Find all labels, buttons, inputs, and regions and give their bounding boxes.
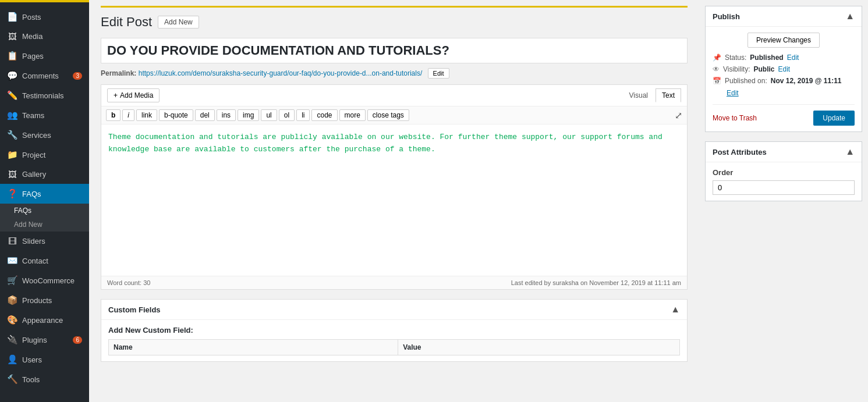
permalink-link[interactable]: https://luzuk.com/demo/suraksha-security… (139, 69, 423, 77)
calendar-icon: 📅 (713, 77, 721, 85)
custom-fields-body: Add New Custom Field: Name Value (101, 320, 687, 361)
add-custom-field-label: Add New Custom Field: (108, 326, 680, 335)
sidebar-item-woocommerce[interactable]: 🛒 WooCommerce (0, 271, 89, 290)
more-button[interactable]: more (339, 109, 366, 121)
sidebar-sub-faqs[interactable]: FAQs (0, 204, 89, 218)
page-title: Edit Post (101, 15, 152, 30)
post-attributes-toggle[interactable]: ▲ (845, 147, 855, 157)
sidebar-item-appearance[interactable]: 🎨 Appearance (0, 310, 89, 330)
del-button[interactable]: del (195, 109, 215, 121)
custom-fields-title: Custom Fields (108, 305, 161, 314)
sidebar-sub-add-new[interactable]: Add New (0, 218, 89, 232)
ins-button[interactable]: ins (217, 109, 236, 121)
cf-value-header: Value (398, 340, 680, 355)
close-tags-button[interactable]: close tags (367, 109, 409, 121)
add-media-button[interactable]: + Add Media (107, 88, 160, 102)
order-label: Order (713, 168, 855, 177)
img-button[interactable]: img (238, 109, 259, 121)
permalink-row: Permalink: https://luzuk.com/demo/suraks… (101, 68, 688, 79)
status-value: Published (750, 54, 783, 62)
bold-button[interactable]: b (106, 109, 121, 121)
sidebar-item-products[interactable]: 📦 Products (0, 290, 89, 310)
top-yellow-bar (101, 6, 688, 8)
cf-name-header: Name (109, 340, 398, 355)
appearance-icon: 🎨 (7, 315, 17, 325)
products-icon: 📦 (7, 295, 17, 305)
sidebar-item-faqs[interactable]: ❓ FAQs (0, 184, 89, 204)
editor-format-bar: b i link b-quote del ins img ul ol li co… (101, 106, 687, 124)
preview-changes-button[interactable]: Preview Changes (747, 33, 820, 48)
custom-fields-toggle[interactable]: ▲ (671, 304, 680, 315)
post-attributes-title: Post Attributes (713, 148, 767, 156)
published-on-row: 📅 Published on: Nov 12, 2019 @ 11:11 (713, 77, 855, 85)
woocommerce-icon: 🛒 (7, 275, 17, 286)
move-to-trash-link[interactable]: Move to Trash (713, 114, 757, 122)
order-input[interactable] (713, 180, 855, 195)
sidebar-item-comments[interactable]: 💬 Comments 3 (0, 66, 89, 86)
sidebar-item-media[interactable]: 🖼 Media (0, 27, 89, 46)
sidebar-item-testimonials[interactable]: ✏️ Testimonials (0, 86, 89, 105)
visibility-row: 👁 Visibility: Public Edit (713, 65, 855, 73)
editor-footer: Word count: 30 Last edited by suraksha o… (101, 276, 687, 289)
visual-tab[interactable]: Visual (623, 88, 654, 102)
link-button[interactable]: link (136, 109, 157, 121)
main-content: Edit Post Add New Permalink: https://luz… (89, 0, 699, 402)
publish-box: Publish ▲ Preview Changes 📌 Status: Publ… (705, 6, 862, 132)
permalink-edit-button[interactable]: Edit (428, 68, 449, 79)
right-panel: Publish ▲ Preview Changes 📌 Status: Publ… (699, 0, 868, 402)
services-icon: 🔧 (7, 130, 17, 140)
status-row: 📌 Status: Published Edit (713, 54, 855, 62)
gallery-icon: 🖼 (7, 169, 17, 179)
li-button[interactable]: li (296, 109, 310, 121)
sliders-icon: 🎞 (7, 236, 17, 246)
bquote-button[interactable]: b-quote (159, 109, 193, 121)
italic-button[interactable]: i (122, 109, 134, 121)
published-on-edit-link[interactable]: Edit (727, 89, 739, 97)
editor-container: + Add Media Visual Text b i link b-quote… (101, 84, 688, 290)
sidebar-item-teams[interactable]: 👥 Teams (0, 105, 89, 125)
ol-button[interactable]: ol (279, 109, 295, 121)
plugins-badge: 6 (73, 336, 82, 344)
visibility-label: Visibility: (723, 65, 750, 73)
posts-icon: 📄 (7, 12, 17, 22)
post-attributes-body: Order (706, 162, 862, 201)
post-attributes-box: Post Attributes ▲ Order (705, 141, 862, 201)
sidebar-item-gallery[interactable]: 🖼 Gallery (0, 165, 89, 184)
sidebar-item-project[interactable]: 📁 Project (0, 145, 89, 165)
faqs-icon: ❓ (7, 188, 17, 199)
comments-badge: 3 (73, 72, 82, 80)
status-icon: 📌 (713, 54, 721, 62)
contact-icon: ✉️ (7, 255, 17, 266)
publish-box-body: Preview Changes 📌 Status: Published Edit… (706, 27, 862, 131)
status-label: Status: (725, 54, 746, 62)
plugins-icon: 🔌 (7, 335, 17, 345)
sidebar-item-users[interactable]: 👤 Users (0, 350, 89, 369)
expand-editor-button[interactable]: ⤢ (675, 110, 682, 121)
sidebar-item-tools[interactable]: 🔨 Tools (0, 369, 89, 389)
yellow-bar (0, 0, 89, 2)
pages-icon: 📋 (7, 51, 17, 61)
permalink-label: Permalink: (101, 69, 136, 77)
editor-content[interactable]: Theme documentation and tutorials are pu… (101, 124, 687, 276)
sidebar-item-plugins[interactable]: 🔌 Plugins 6 (0, 330, 89, 350)
visibility-value: Public (753, 65, 774, 73)
publish-row: Preview Changes (713, 33, 855, 48)
add-new-button[interactable]: Add New (158, 16, 199, 29)
sidebar-item-pages[interactable]: 📋 Pages (0, 46, 89, 66)
ul-button[interactable]: ul (261, 109, 277, 121)
update-button[interactable]: Update (813, 111, 855, 126)
sidebar-item-sliders[interactable]: 🎞 Sliders (0, 232, 89, 251)
word-count: Word count: 30 (107, 279, 150, 286)
sidebar-item-posts[interactable]: 📄 Posts (0, 7, 89, 27)
text-tab[interactable]: Text (656, 88, 681, 102)
visibility-edit-link[interactable]: Edit (778, 65, 790, 73)
code-button[interactable]: code (311, 109, 337, 121)
sidebar-item-services[interactable]: 🔧 Services (0, 125, 89, 145)
publish-box-header: Publish ▲ (706, 6, 862, 27)
post-title-input[interactable] (101, 38, 688, 63)
publish-toggle[interactable]: ▲ (845, 11, 855, 22)
status-edit-link[interactable]: Edit (787, 54, 799, 62)
published-on-value: Nov 12, 2019 @ 11:11 (771, 77, 842, 85)
sidebar-item-contact[interactable]: ✉️ Contact (0, 251, 89, 271)
custom-fields-table: Name Value (108, 339, 680, 355)
